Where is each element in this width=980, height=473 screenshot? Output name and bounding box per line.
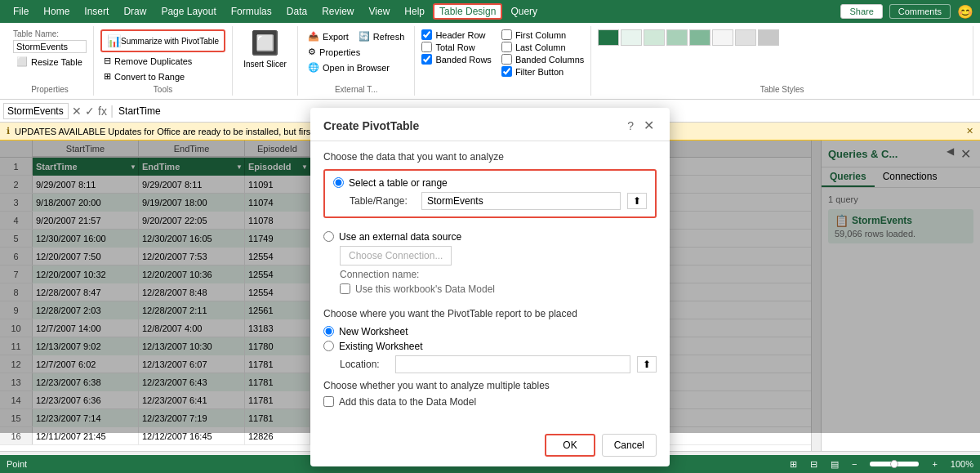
location-label: Location: [340, 359, 389, 370]
pivottable-icon: 📊 [107, 34, 121, 47]
dialog-body: Choose the data that you want to analyze… [310, 141, 670, 427]
cancel-button[interactable]: Cancel [602, 434, 657, 457]
menu-table-design[interactable]: Table Design [433, 3, 502, 20]
refresh-button[interactable]: 🔄 Refresh [355, 29, 408, 43]
share-button[interactable]: Share [840, 4, 882, 19]
menu-draw[interactable]: Draw [117, 3, 153, 20]
export-button[interactable]: 📤 Export [305, 29, 352, 43]
insert-content: 🔲 Insert Slicer [243, 28, 287, 92]
open-browser-button[interactable]: 🌐 Open in Browser [305, 60, 393, 74]
radio-new-worksheet: New Worksheet [323, 326, 657, 337]
insert-function-icon[interactable]: fx [98, 105, 107, 118]
resize-icon: ⬜ [16, 56, 28, 67]
table-range-input[interactable] [421, 192, 621, 210]
dialog-title: Create PivotTable [323, 119, 419, 132]
resize-label: Resize Table [31, 57, 82, 67]
table-style-plain[interactable] [712, 29, 733, 46]
status-right: ⊞ ⊟ ▤ − + 100% [790, 459, 973, 470]
table-style-gray[interactable] [735, 29, 756, 46]
radio-external-source: Use an external data source [323, 231, 657, 243]
menu-review[interactable]: Review [315, 3, 360, 20]
view-normal-icon[interactable]: ⊞ [790, 459, 797, 470]
formula-separator: | [110, 104, 114, 118]
menu-page-layout[interactable]: Page Layout [154, 3, 222, 20]
dialog-overlay: Create PivotTable ? ✕ Choose the data th… [0, 141, 980, 433]
table-style-green[interactable] [598, 29, 619, 46]
radio-existing-worksheet-input[interactable] [323, 341, 334, 351]
tools-label: Tools [154, 83, 172, 94]
table-style-dark[interactable] [666, 29, 688, 46]
insert-slicer-icon[interactable]: 🔲 [251, 29, 279, 56]
convert-range-button[interactable]: ⊞ Convert to Range [100, 69, 188, 83]
name-box[interactable] [3, 103, 69, 119]
section3-title: Choose whether you want to analyze multi… [323, 380, 657, 391]
zoom-in-button[interactable]: + [932, 459, 937, 469]
table-style-darker[interactable] [689, 29, 710, 46]
dialog-header: Create PivotTable ? ✕ [310, 108, 670, 141]
menu-file[interactable]: File [7, 3, 35, 20]
location-input[interactable] [395, 355, 630, 373]
banded-rows-check[interactable]: Banded Rows [421, 54, 492, 65]
filter-button-check[interactable]: Filter Button [501, 66, 584, 77]
choose-connection-button[interactable]: Choose Connection... [340, 246, 452, 266]
external-label: External T... [335, 83, 378, 94]
add-model-label: Add this data to the Data Model [339, 396, 476, 408]
view-page-break-icon[interactable]: ▤ [831, 459, 839, 470]
ok-button[interactable]: OK [545, 434, 595, 457]
properties-button[interactable]: ⚙ Properties [305, 45, 363, 59]
radio-external-input[interactable] [323, 231, 334, 242]
total-row-check[interactable]: Total Row [421, 42, 492, 52]
ribbon-group-tools: 📊 Summarize with PivotTable ⊟ Remove Dup… [94, 26, 233, 96]
table-style-light[interactable] [621, 29, 642, 46]
comments-button[interactable]: Comments [889, 4, 951, 19]
first-column-check[interactable]: First Column [501, 29, 584, 40]
menu-home[interactable]: Home [37, 3, 76, 20]
zoom-out-button[interactable]: − [852, 459, 857, 469]
remove-dup-label: Remove Duplicates [114, 56, 192, 66]
export-label: Export [323, 32, 349, 42]
convert-range-label: Convert to Range [114, 72, 185, 82]
zoom-slider[interactable] [870, 462, 919, 466]
dialog-close-button[interactable]: ✕ [640, 118, 657, 134]
summarize-pivottable-button[interactable]: 📊 Summarize with PivotTable [100, 29, 225, 52]
open-browser-label: Open in Browser [323, 63, 390, 73]
header-row-check[interactable]: Header Row [421, 29, 492, 40]
ribbon-group-style-options: Header Row Total Row Banded Rows First C… [415, 26, 591, 96]
use-data-model-checkbox[interactable] [340, 283, 350, 294]
view-layout-icon[interactable]: ⊟ [810, 459, 817, 470]
external-source-group: Use an external data source Choose Conne… [323, 228, 657, 298]
menu-view[interactable]: View [363, 3, 397, 20]
insert-slicer-label: Insert Slicer [243, 60, 287, 69]
resize-table-button[interactable]: ⬜ Resize Table [13, 55, 86, 69]
connection-name-label: Connection name: [340, 269, 419, 280]
menu-help[interactable]: Help [398, 3, 431, 20]
formula-icons: ✕ ✓ fx [72, 105, 107, 118]
radio-new-worksheet-input[interactable] [323, 326, 334, 337]
use-data-model-label: Use this workbook's Data Model [355, 283, 495, 295]
table-style-medium[interactable] [644, 29, 665, 46]
confirm-formula-icon[interactable]: ✓ [85, 105, 95, 118]
dialog-help-button[interactable]: ? [627, 119, 634, 132]
ribbon-group-insert: 🔲 Insert Slicer [233, 26, 298, 96]
menu-query[interactable]: Query [504, 3, 544, 20]
menu-right-actions: Share Comments 😊 [840, 4, 973, 20]
add-model-checkbox[interactable] [323, 396, 334, 407]
last-column-check[interactable]: Last Column [501, 42, 584, 52]
table-range-label: Table/Range: [350, 195, 415, 207]
cancel-formula-icon[interactable]: ✕ [72, 105, 82, 118]
properties-label: Properties [31, 83, 69, 94]
menu-insert[interactable]: Insert [78, 3, 115, 20]
remove-duplicates-button[interactable]: ⊟ Remove Duplicates [100, 54, 195, 68]
menu-formulas[interactable]: Formulas [225, 3, 278, 20]
update-close-button[interactable]: ✕ [966, 126, 973, 136]
table-style-gray2[interactable] [758, 29, 779, 46]
location-collapse-button[interactable]: ⬆ [637, 356, 657, 373]
tools-content: 📊 Summarize with PivotTable ⊟ Remove Dup… [100, 28, 225, 83]
table-name-input[interactable] [13, 40, 87, 53]
radio-existing-worksheet-label: Existing Worksheet [339, 341, 423, 352]
table-range-collapse-button[interactable]: ⬆ [627, 193, 647, 209]
banded-columns-check[interactable]: Banded Columns [501, 54, 584, 65]
menu-data[interactable]: Data [280, 3, 314, 20]
dialog-footer: OK Cancel [310, 427, 670, 466]
radio-select-table-input[interactable] [333, 177, 344, 188]
